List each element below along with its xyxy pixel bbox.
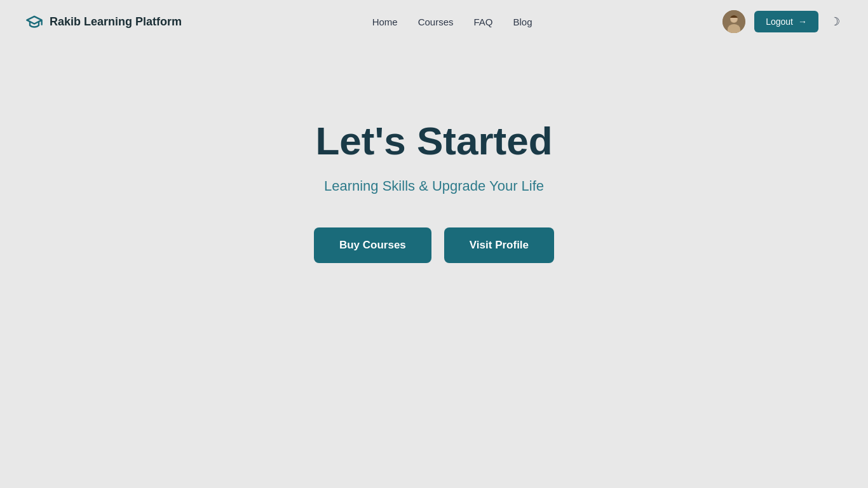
- navbar: Rakib Learning Platform Home Courses FAQ…: [0, 0, 868, 43]
- navbar-right: Logout → ☽: [722, 10, 843, 33]
- dark-mode-toggle[interactable]: ☽: [827, 12, 843, 31]
- visit-profile-button[interactable]: Visit Profile: [444, 227, 554, 263]
- user-avatar[interactable]: [722, 10, 745, 33]
- nav-home[interactable]: Home: [372, 17, 398, 27]
- avatar-image: [722, 10, 745, 33]
- nav-courses[interactable]: Courses: [418, 17, 454, 27]
- hero-buttons: Buy Courses Visit Profile: [314, 227, 554, 263]
- hero-title: Let's Started: [315, 119, 552, 163]
- logout-arrow-icon: →: [798, 17, 807, 27]
- hero-section: Let's Started Learning Skills & Upgrade …: [0, 43, 868, 263]
- buy-courses-button[interactable]: Buy Courses: [314, 227, 431, 263]
- nav-links: Home Courses FAQ Blog: [372, 17, 532, 27]
- brand-name: Rakib Learning Platform: [50, 15, 182, 29]
- nav-blog[interactable]: Blog: [513, 17, 532, 27]
- brand-logo[interactable]: Rakib Learning Platform: [25, 13, 182, 30]
- logout-label: Logout: [766, 17, 793, 27]
- graduation-cap-icon: [25, 13, 43, 30]
- logout-button[interactable]: Logout →: [754, 11, 818, 32]
- moon-icon: ☽: [830, 15, 840, 29]
- nav-faq[interactable]: FAQ: [474, 17, 493, 27]
- hero-subtitle: Learning Skills & Upgrade Your Life: [324, 178, 544, 194]
